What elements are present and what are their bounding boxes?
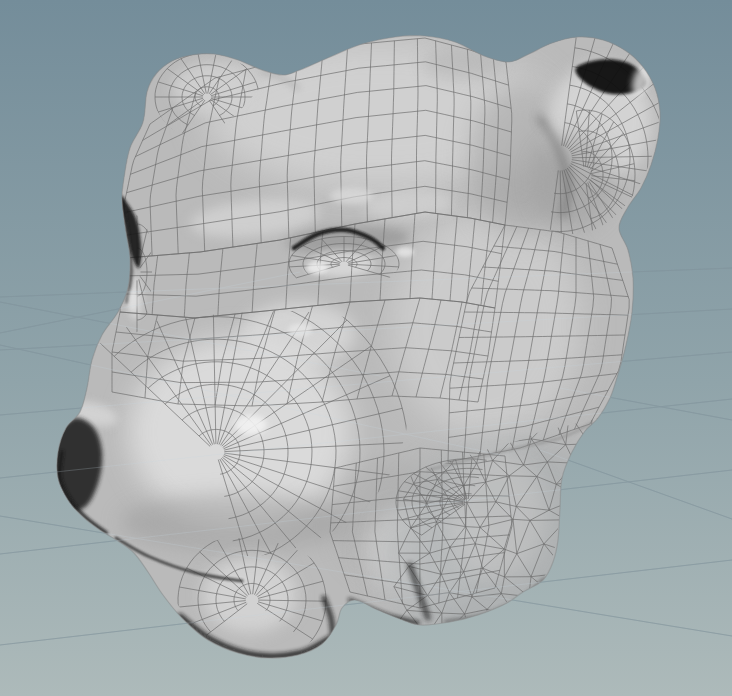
spec-eye-inner (306, 262, 328, 274)
spec-muzzle (235, 415, 267, 435)
spec-eye-outer (396, 247, 414, 257)
viewport-canvas[interactable] (0, 0, 732, 696)
viewport-window (0, 0, 732, 696)
neck-sheen (450, 450, 546, 580)
spec-bridge (288, 323, 312, 337)
spec-brow (330, 188, 374, 204)
